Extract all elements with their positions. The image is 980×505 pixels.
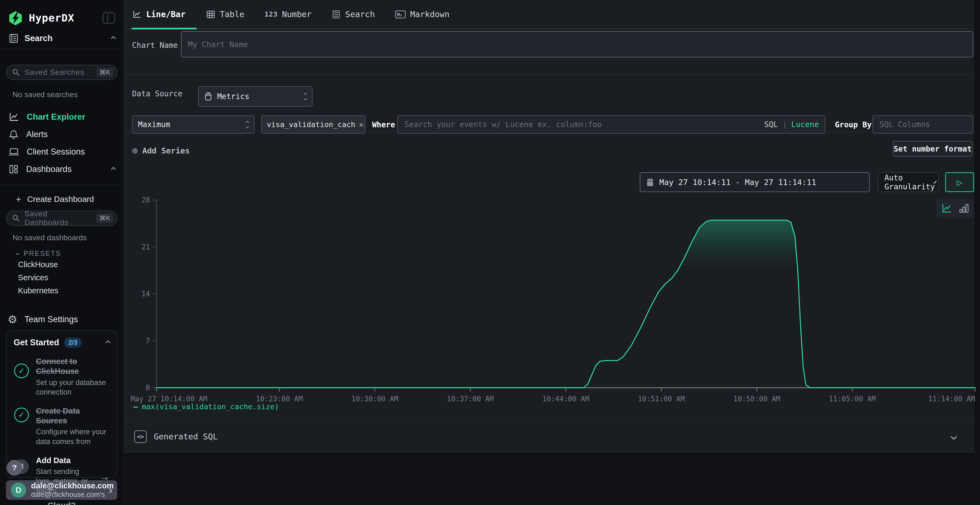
query-language-toggle: SQL | Lucene xyxy=(764,120,819,129)
bell-icon xyxy=(8,129,19,140)
chevron-down-icon xyxy=(16,252,19,255)
tab-line-bar[interactable]: Line/Bar xyxy=(132,10,186,19)
logo-row: HyperDX xyxy=(0,0,123,26)
user-subtitle: dale@clickhouse.com's xyxy=(31,490,104,499)
check-circle-icon: ✓ xyxy=(14,364,29,378)
metric-tag-label: visa_validation_cach xyxy=(267,120,355,129)
data-source-select[interactable]: Metrics xyxy=(198,86,312,106)
help-button[interactable]: ? xyxy=(6,460,22,476)
get-started-item-datasources[interactable]: ✓ Create Data Sources Configure where yo… xyxy=(14,406,110,447)
svg-text:10:44:00 AM: 10:44:00 AM xyxy=(542,395,589,403)
sql-toggle[interactable]: SQL xyxy=(764,120,778,129)
sidebar-item-label: Dashboards xyxy=(26,164,105,174)
team-settings-button[interactable]: ⚙ Team Settings xyxy=(8,312,123,327)
code-icon: <> xyxy=(134,430,147,443)
hyperdx-logo-icon xyxy=(8,11,23,25)
active-tab-indicator xyxy=(132,28,197,29)
preset-label: Services xyxy=(18,273,48,282)
aggregation-select[interactable]: Maximum xyxy=(132,115,255,133)
remove-metric-icon[interactable]: ✕ xyxy=(359,120,364,129)
no-saved-searches-text: No saved searches xyxy=(13,91,123,99)
get-started-progress-badge: 2/3 xyxy=(64,337,82,348)
preset-services[interactable]: Services xyxy=(0,271,123,284)
get-started-item-title: Connect to ClickHouse xyxy=(36,356,110,376)
search-section-header[interactable]: Search xyxy=(0,32,123,45)
user-menu[interactable]: D dale@clickhouse.com dale@clickhouse.co… xyxy=(6,480,117,500)
check-circle-icon: ✓ xyxy=(14,408,29,422)
user-email: dale@clickhouse.com xyxy=(31,481,104,490)
lucene-toggle[interactable]: Lucene xyxy=(791,120,819,129)
divider xyxy=(0,49,123,49)
group-by-input[interactable] xyxy=(872,115,973,133)
where-label: Where xyxy=(372,120,395,129)
preset-clickhouse[interactable]: ClickHouse xyxy=(0,258,123,271)
svg-text:28: 28 xyxy=(142,196,150,204)
sidebar-item-alerts[interactable]: Alerts xyxy=(0,126,123,143)
sidebar-item-dashboards[interactable]: Dashboards xyxy=(0,160,123,178)
svg-text:10:37:00 AM: 10:37:00 AM xyxy=(447,395,494,403)
tab-label: Search xyxy=(345,10,375,19)
add-series-button[interactable]: ⊕ Add Series xyxy=(132,146,190,156)
database-icon xyxy=(204,92,212,101)
sidebar-item-client-sessions[interactable]: Client Sessions xyxy=(0,143,123,160)
sidebar-item-label: Chart Explorer xyxy=(27,112,115,122)
chevron-up-icon[interactable] xyxy=(105,340,110,345)
svg-text:M↓: M↓ xyxy=(397,12,402,17)
gear-icon: ⚙ xyxy=(8,314,18,325)
tab-table[interactable]: Table xyxy=(206,10,245,19)
command-k-badge: ⌘K xyxy=(96,67,113,77)
presets-toggle[interactable]: PRESETS xyxy=(16,249,123,258)
play-icon: ▷ xyxy=(957,177,962,188)
chart-line-icon xyxy=(8,111,20,122)
svg-text:10:23:00 AM: 10:23:00 AM xyxy=(256,395,303,403)
tab-markdown[interactable]: M↓ Markdown xyxy=(395,10,450,19)
dashboard-grid-icon xyxy=(8,164,19,175)
metric-tag[interactable]: visa_validation_cach ✕ xyxy=(261,115,365,133)
svg-text:11:05:00 AM: 11:05:00 AM xyxy=(829,395,876,403)
saved-dashboards-input[interactable]: Saved Dashboards ⌘K xyxy=(6,211,117,226)
svg-text:10:51:00 AM: 10:51:00 AM xyxy=(638,395,685,403)
get-started-card: Get Started 2/3 ✓ Connect to ClickHouse … xyxy=(6,330,117,478)
date-range-picker[interactable]: May 27 10:14:11 - May 27 11:14:11 xyxy=(640,172,870,192)
run-query-button[interactable]: ▷ xyxy=(945,172,974,192)
table-icon xyxy=(206,10,216,19)
chart-name-label: Chart Name xyxy=(132,41,178,50)
generated-sql-toggle[interactable]: <> Generated SQL xyxy=(124,421,975,453)
chevron-right-icon: › xyxy=(109,484,113,496)
granularity-select[interactable]: Auto Granularity xyxy=(878,172,939,192)
command-k-badge: ⌘K xyxy=(96,213,113,223)
chevron-up-icon xyxy=(111,167,116,172)
sidebar-item-label: Alerts xyxy=(26,130,115,139)
select-chevrons-icon xyxy=(246,121,248,128)
search-icon xyxy=(12,68,20,76)
get-started-title: Get Started xyxy=(14,338,59,348)
svg-text:10:58:00 AM: 10:58:00 AM xyxy=(733,395,780,403)
create-dashboard-button[interactable]: + Create Dashboard xyxy=(16,193,123,206)
tab-label: Markdown xyxy=(410,10,450,19)
chart-legend: — max(visa_validation_cache.size) xyxy=(134,402,279,411)
sidebar-collapse-icon[interactable] xyxy=(103,12,115,24)
get-started-item-title: Add Data xyxy=(36,456,93,465)
search-icon xyxy=(12,214,20,222)
get-started-item-desc: Set up your database connection xyxy=(36,378,110,397)
sidebar-item-chart-explorer[interactable]: Chart Explorer xyxy=(0,108,123,126)
where-search-input[interactable] xyxy=(398,115,826,133)
svg-text:14: 14 xyxy=(142,290,150,298)
sidebar-item-label: Client Sessions xyxy=(27,147,115,157)
chart-name-input[interactable] xyxy=(181,31,973,57)
tab-number[interactable]: 123 Number xyxy=(265,10,312,19)
get-started-item-connect[interactable]: ✓ Connect to ClickHouse Set up your data… xyxy=(14,356,110,397)
group-by-label: Group By xyxy=(835,120,872,129)
laptop-icon xyxy=(8,146,20,157)
markdown-icon: M↓ xyxy=(395,10,406,19)
tab-label: Line/Bar xyxy=(146,10,186,19)
legend-marker: — xyxy=(134,402,138,411)
set-number-format-button[interactable]: Set number format xyxy=(893,141,972,157)
get-started-item-title: Create Data Sources xyxy=(36,406,110,426)
granularity-value: Auto Granularity xyxy=(885,173,935,191)
set-number-format-label: Set number format xyxy=(894,145,972,154)
tab-search[interactable]: Search xyxy=(332,10,375,19)
saved-searches-input[interactable]: Saved Searches ⌘K xyxy=(6,65,117,80)
create-dashboard-label: Create Dashboard xyxy=(27,195,94,204)
preset-kubernetes[interactable]: Kubernetes xyxy=(0,284,123,297)
